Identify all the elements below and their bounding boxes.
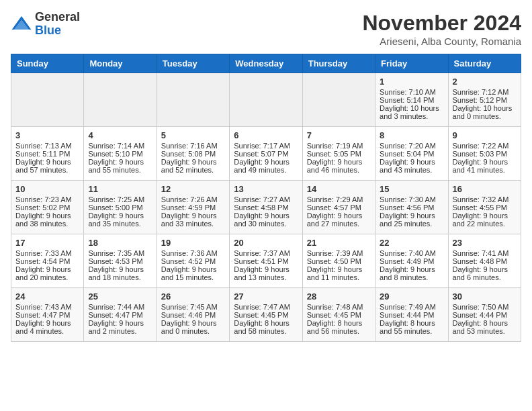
calendar-cell: 15Sunrise: 7:30 AMSunset: 4:56 PMDayligh…: [375, 181, 448, 234]
calendar-cell: 8Sunrise: 7:20 AMSunset: 5:04 PMDaylight…: [375, 127, 448, 181]
day-info-line: Sunrise: 7:10 AM: [380, 88, 443, 96]
weekday-header-thursday: Thursday: [302, 54, 375, 73]
day-info-line: and 56 minutes.: [307, 327, 371, 335]
day-info-line: Sunset: 5:07 PM: [234, 150, 298, 158]
day-info-line: and 11 minutes.: [307, 273, 371, 281]
day-info-line: Sunrise: 7:45 AM: [161, 303, 225, 311]
day-info-line: Daylight: 9 hours: [307, 158, 371, 166]
day-info-line: Sunrise: 7:36 AM: [161, 249, 225, 257]
day-info-line: Sunrise: 7:27 AM: [234, 195, 298, 203]
day-info-line: Sunrise: 7:35 AM: [88, 249, 152, 257]
day-info-line: Sunset: 5:04 PM: [380, 150, 443, 158]
day-number: 13: [234, 184, 298, 194]
day-info-line: and 22 minutes.: [453, 220, 517, 228]
day-info-line: and 58 minutes.: [234, 327, 298, 335]
day-info-line: Sunrise: 7:49 AM: [380, 303, 443, 311]
day-info-line: Sunrise: 7:44 AM: [88, 303, 152, 311]
calendar-cell: 24Sunrise: 7:43 AMSunset: 4:47 PMDayligh…: [11, 288, 84, 342]
day-info-line: and 15 minutes.: [161, 273, 225, 281]
day-info-line: Sunrise: 7:12 AM: [453, 88, 517, 96]
calendar-cell: 10Sunrise: 7:23 AMSunset: 5:02 PMDayligh…: [11, 181, 84, 234]
day-info-line: and 13 minutes.: [234, 273, 298, 281]
day-info-line: and 3 minutes.: [380, 112, 443, 120]
weekday-header-friday: Friday: [375, 54, 448, 73]
day-info-line: and 55 minutes.: [88, 166, 152, 174]
day-info-line: and 53 minutes.: [453, 327, 517, 335]
day-info-line: Sunset: 4:47 PM: [15, 311, 79, 319]
calendar-cell: 1Sunrise: 7:10 AMSunset: 5:14 PMDaylight…: [375, 73, 448, 127]
day-info-line: and 30 minutes.: [234, 220, 298, 228]
day-info-line: Sunrise: 7:22 AM: [453, 142, 517, 150]
day-number: 4: [88, 130, 152, 140]
weekday-header-row: SundayMondayTuesdayWednesdayThursdayFrid…: [11, 54, 521, 73]
calendar-cell: 11Sunrise: 7:25 AMSunset: 5:00 PMDayligh…: [84, 181, 157, 234]
calendar-cell: 27Sunrise: 7:47 AMSunset: 4:45 PMDayligh…: [230, 288, 302, 342]
day-number: 22: [380, 238, 443, 248]
day-info-line: and 41 minutes.: [453, 166, 517, 174]
day-info-line: Sunrise: 7:41 AM: [453, 249, 517, 257]
day-info-line: and 57 minutes.: [15, 166, 79, 174]
day-info-line: Sunset: 4:59 PM: [161, 203, 225, 212]
day-info-line: Daylight: 9 hours: [453, 212, 517, 220]
calendar-cell: [230, 73, 302, 127]
day-info-line: and 25 minutes.: [380, 220, 443, 228]
day-number: 23: [453, 238, 517, 248]
day-info-line: Sunset: 4:48 PM: [453, 257, 517, 265]
calendar-cell: 23Sunrise: 7:41 AMSunset: 4:48 PMDayligh…: [448, 234, 521, 288]
day-info-line: Sunset: 5:10 PM: [88, 150, 152, 158]
day-info-line: and 18 minutes.: [88, 273, 152, 281]
day-info-line: Sunset: 4:50 PM: [307, 257, 371, 265]
calendar-cell: 25Sunrise: 7:44 AMSunset: 4:47 PMDayligh…: [84, 288, 157, 342]
calendar-cell: 6Sunrise: 7:17 AMSunset: 5:07 PMDaylight…: [230, 127, 302, 181]
day-number: 14: [307, 184, 371, 194]
day-info-line: Daylight: 9 hours: [15, 319, 79, 327]
day-info-line: Daylight: 9 hours: [234, 158, 298, 166]
day-number: 29: [380, 291, 443, 302]
day-info-line: Sunrise: 7:50 AM: [453, 303, 517, 311]
logo-icon: [11, 13, 32, 35]
week-row-5: 24Sunrise: 7:43 AMSunset: 4:47 PMDayligh…: [11, 288, 521, 342]
day-number: 16: [453, 184, 517, 194]
day-info-line: Daylight: 10 hours: [453, 104, 517, 112]
day-info-line: Daylight: 9 hours: [88, 265, 152, 273]
day-info-line: Sunset: 4:44 PM: [380, 311, 443, 319]
calendar-cell: [302, 73, 375, 127]
day-info-line: Sunrise: 7:17 AM: [234, 142, 298, 150]
day-info-line: Sunrise: 7:26 AM: [161, 195, 225, 203]
day-info-line: Daylight: 9 hours: [15, 265, 79, 273]
week-row-3: 10Sunrise: 7:23 AMSunset: 5:02 PMDayligh…: [11, 181, 521, 234]
day-info-line: Sunrise: 7:23 AM: [15, 195, 79, 203]
title-section: November 2024 Arieseni, Alba County, Rom…: [362, 11, 521, 47]
day-info-line: Sunset: 4:46 PM: [161, 311, 225, 319]
day-info-line: Sunrise: 7:13 AM: [15, 142, 79, 150]
day-info-line: Sunrise: 7:30 AM: [380, 195, 443, 203]
day-info-line: Sunrise: 7:25 AM: [88, 195, 152, 203]
weekday-header-wednesday: Wednesday: [230, 54, 302, 73]
day-info-line: Daylight: 9 hours: [307, 265, 371, 273]
day-info-line: Sunrise: 7:19 AM: [307, 142, 371, 150]
day-info-line: Sunset: 4:57 PM: [307, 203, 371, 212]
day-info-line: and 6 minutes.: [453, 273, 517, 281]
calendar-table: SundayMondayTuesdayWednesdayThursdayFrid…: [11, 54, 521, 342]
day-info-line: Daylight: 9 hours: [380, 212, 443, 220]
day-info-line: Sunset: 4:56 PM: [380, 203, 443, 212]
day-info-line: Sunset: 5:11 PM: [15, 150, 79, 158]
day-number: 5: [161, 130, 225, 140]
day-info-line: Daylight: 9 hours: [453, 158, 517, 166]
day-number: 15: [380, 184, 443, 194]
day-info-line: Daylight: 8 hours: [453, 319, 517, 327]
day-info-line: Sunset: 4:47 PM: [88, 311, 152, 319]
day-info-line: Sunset: 5:08 PM: [161, 150, 225, 158]
day-info-line: and 52 minutes.: [161, 166, 225, 174]
day-info-line: Sunset: 4:51 PM: [234, 257, 298, 265]
week-row-4: 17Sunrise: 7:33 AMSunset: 4:54 PMDayligh…: [11, 234, 521, 288]
day-info-line: Sunrise: 7:16 AM: [161, 142, 225, 150]
logo-general-text: General: [35, 11, 80, 24]
day-info-line: Sunset: 4:44 PM: [453, 311, 517, 319]
day-info-line: Daylight: 9 hours: [453, 265, 517, 273]
day-number: 1: [380, 77, 443, 87]
day-info-line: Sunset: 4:45 PM: [307, 311, 371, 319]
day-info-line: Daylight: 9 hours: [88, 212, 152, 220]
day-number: 27: [234, 291, 298, 302]
day-info-line: Daylight: 8 hours: [380, 319, 443, 327]
